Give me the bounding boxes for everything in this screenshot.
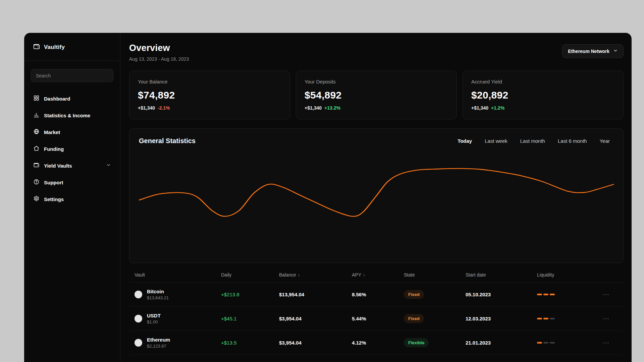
coin-name: Bitcoin: [147, 289, 169, 294]
globe-icon: [33, 128, 40, 136]
page-title: Overview: [129, 43, 189, 53]
table-row-ethereum[interactable]: Ethereum $2,123.87 +$13.5 $3,954.04 4.12…: [129, 331, 624, 355]
start-date: 21.01.2023: [466, 340, 537, 346]
coin-name: USDT: [147, 313, 161, 318]
card-value: $74,892: [138, 89, 281, 101]
row-menu-icon[interactable]: ···: [603, 341, 624, 345]
apy-value: 4.12%: [352, 340, 404, 346]
chevron-down-icon[interactable]: [106, 163, 111, 169]
page-header: Overview Aug 13, 2023 - Aug 18, 2023 Eth…: [129, 43, 624, 62]
main-content: Overview Aug 13, 2023 - Aug 18, 2023 Eth…: [120, 33, 632, 362]
card-label: Your Deposits: [305, 79, 448, 84]
card-label: Your Balance: [138, 79, 281, 84]
coin-avatar: [135, 291, 142, 298]
card-value: $20,892: [471, 89, 615, 101]
delta-amount: +$1,340: [471, 105, 488, 111]
delta-amount: +$1,340: [305, 105, 322, 111]
column-start-date: Start date: [466, 272, 537, 278]
delta-amount: +$1,340: [138, 105, 155, 111]
tab-last-6-month[interactable]: Last 6 month: [558, 138, 587, 144]
search-input[interactable]: [31, 69, 113, 82]
sidebar-item-funding[interactable]: Funding: [31, 140, 113, 157]
coin-price: $13,643.21: [147, 295, 169, 300]
tab-today[interactable]: Today: [458, 138, 472, 144]
balance-value: $13,954.04: [279, 292, 352, 297]
liquidity-dash-empty: [550, 342, 555, 344]
tab-last-month[interactable]: Last month: [520, 138, 545, 144]
home-icon: [33, 145, 40, 153]
column-apy[interactable]: APY ↓: [352, 272, 404, 278]
sidebar-item-label: Yield Vaults: [44, 163, 72, 169]
state-badge: Flexible: [404, 338, 429, 347]
coin-avatar: [135, 315, 142, 322]
liquidity-dash-filled: [537, 342, 542, 344]
gear-icon: [33, 195, 40, 203]
balance-value: $3,954.04: [279, 316, 352, 321]
help-circle-icon: [33, 179, 40, 186]
delta-percent: -2.1%: [158, 105, 170, 111]
network-selector-label: Ethereum Network: [568, 49, 609, 54]
sidebar-nav: Dashboard Statistics & Income Marke: [24, 86, 120, 212]
sidebar-item-label: Dashboard: [44, 96, 70, 102]
card-value: $54,892: [305, 89, 448, 101]
sidebar-item-dashboard[interactable]: Dashboard: [31, 90, 113, 107]
apy-value: 5.44%: [352, 316, 404, 321]
liquidity-dash-filled: [543, 318, 548, 319]
column-balance[interactable]: Balance ↓: [279, 272, 352, 278]
liquidity-indicator: [537, 342, 595, 344]
dashboard-icon: [33, 95, 40, 102]
delta-percent: +13.2%: [324, 105, 340, 111]
liquidity-dash-filled: [550, 294, 555, 295]
state-badge: Fixed: [404, 290, 424, 299]
sidebar-item-support[interactable]: Support: [31, 174, 113, 191]
sidebar-item-statistics-income[interactable]: Statistics & Income: [31, 107, 113, 124]
column-state: State: [404, 272, 466, 278]
sort-desc-icon: ↓: [363, 272, 365, 277]
date-range: Aug 13, 2023 - Aug 18, 2023: [129, 56, 189, 62]
balance-card: Your Balance $74,892 +$1,340 -2.1%: [129, 71, 290, 119]
table-row-bitcoin[interactable]: Bitcoin $13,643.21 +$213.8 $13,954.04 8.…: [129, 283, 624, 307]
column-liquidity: Liquidity: [537, 272, 595, 278]
liquidity-dash-empty: [550, 318, 555, 319]
sidebar-item-settings[interactable]: Settings: [31, 191, 113, 207]
tab-last-week[interactable]: Last week: [485, 138, 507, 144]
accrued-yield-card: Accrued Yield $20,892 +$1,340 +1.2%: [463, 71, 624, 119]
row-menu-icon[interactable]: ···: [603, 293, 624, 296]
column-vault: Vault: [135, 272, 221, 278]
general-statistics-panel: General Statistics Today Last week Last …: [129, 128, 624, 263]
logo: Vaultify: [24, 33, 120, 61]
card-label: Accrued Yield: [471, 79, 615, 84]
range-tabs: Today Last week Last month Last 6 month …: [458, 138, 614, 144]
statistics-line-chart: [139, 147, 614, 260]
sidebar-item-label: Support: [44, 180, 63, 185]
vaults-table: Vault Daily Balance ↓ APY ↓ State Start …: [129, 267, 624, 355]
stat-cards: Your Balance $74,892 +$1,340 -2.1% Your …: [129, 71, 624, 119]
state-badge: Fixed: [404, 314, 424, 323]
tab-year[interactable]: Year: [600, 138, 610, 144]
row-menu-icon[interactable]: ···: [603, 317, 624, 320]
apy-value: 8.56%: [352, 292, 404, 297]
network-selector-button[interactable]: Ethereum Network: [562, 44, 624, 58]
sidebar-item-market[interactable]: Market: [31, 124, 113, 140]
coin-price: $1.00: [147, 319, 161, 324]
bar-chart-icon: [33, 112, 40, 119]
vault-wallet-icon: [33, 162, 40, 169]
liquidity-dash-filled: [537, 318, 542, 319]
sidebar-item-yield-vaults[interactable]: Yield Vaults: [31, 157, 113, 174]
coin-avatar: [135, 339, 142, 347]
liquidity-dash-filled: [537, 294, 542, 295]
chevron-down-icon: [613, 48, 618, 54]
column-daily: Daily: [221, 272, 279, 278]
sidebar: Vaultify Dashboard: [24, 33, 120, 362]
coin-name: Ethereum: [147, 337, 170, 343]
table-row-usdt[interactable]: USDT $1.00 +$45.1 $3,954.04 5.44% Fixed …: [129, 307, 624, 331]
deposits-card: Your Deposits $54,892 +$1,340 +13.2%: [296, 71, 457, 119]
panel-title: General Statistics: [139, 137, 196, 145]
liquidity-indicator: [537, 318, 595, 319]
coin-price: $2,123.87: [147, 344, 170, 349]
daily-change: +$45.1: [221, 316, 279, 321]
sort-desc-icon: ↓: [298, 272, 300, 277]
liquidity-indicator: [537, 294, 595, 295]
daily-change: +$13.5: [221, 340, 279, 346]
statistics-line-path: [139, 169, 614, 217]
